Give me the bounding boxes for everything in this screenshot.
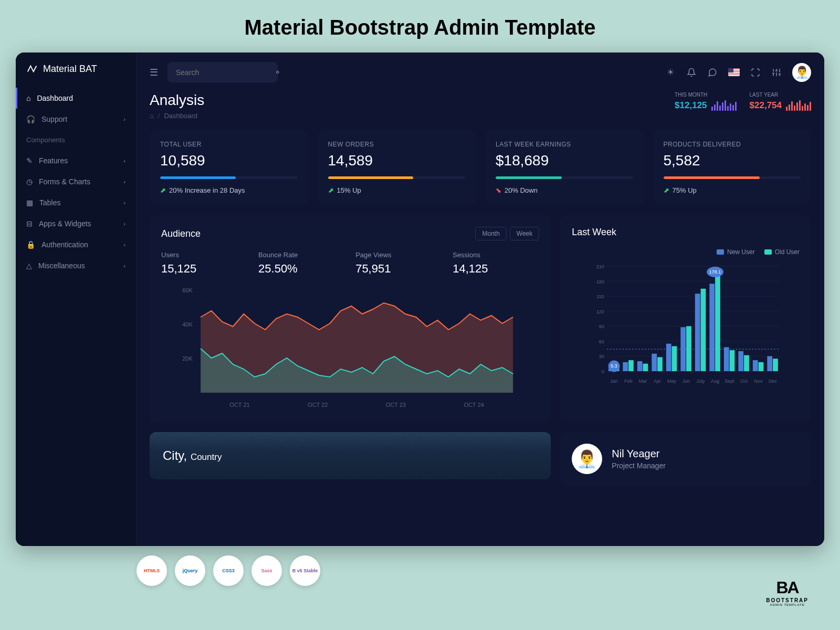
country-name: Country [191, 452, 222, 462]
stat-label: NEW ORDERS [328, 141, 466, 148]
stat-this-month: THIS MONTH $12,125 [675, 92, 736, 111]
svg-text:180: 180 [596, 279, 604, 285]
stat-value: 10,589 [160, 152, 298, 169]
svg-text:OCT 23: OCT 23 [386, 402, 406, 408]
chevron-right-icon: › [123, 116, 125, 122]
svg-rect-45 [710, 284, 715, 371]
search-icon[interactable]: ⚬ [274, 67, 281, 77]
sidebar-item-support[interactable]: 🎧Support› [16, 109, 136, 130]
flag-icon[interactable] [728, 68, 740, 76]
chevron-right-icon: › [123, 262, 125, 269]
svg-rect-49 [730, 350, 735, 371]
stat-value: 5,582 [664, 152, 801, 169]
svg-rect-39 [681, 327, 686, 371]
sidebar-item-features[interactable]: ✎Features› [16, 150, 136, 171]
stat-label: LAST WEEK EARNINGS [496, 141, 633, 148]
city-panel[interactable]: City, Country [150, 432, 551, 479]
stat-card: LAST WEEK EARNINGS $18,689 ⬊ 20% Down [485, 130, 644, 205]
svg-rect-34 [657, 357, 663, 371]
svg-text:Aug: Aug [711, 379, 719, 384]
chevron-right-icon: › [123, 220, 125, 227]
svg-text:Jan: Jan [611, 379, 618, 384]
svg-text:Oct: Oct [740, 379, 748, 384]
stat-label: TOTAL USER [160, 141, 298, 148]
svg-text:5.3: 5.3 [611, 363, 618, 369]
profile-name: Nil Yeager [612, 448, 666, 460]
chevron-right-icon: › [123, 158, 125, 164]
app-window: Material BAT ⌂Dashboard🎧Support› Compone… [16, 52, 824, 546]
last-week-title: Last Week [572, 227, 616, 238]
svg-rect-43 [701, 289, 706, 371]
home-icon[interactable]: ⌂ [150, 112, 154, 120]
sidebar-item-tables[interactable]: ▦Tables› [16, 192, 136, 213]
settings-icon[interactable] [771, 67, 782, 78]
menu-toggle-icon[interactable]: ☰ [150, 67, 158, 78]
svg-text:July: July [697, 379, 706, 384]
svg-text:210: 210 [596, 264, 604, 269]
grid-icon: ▦ [26, 198, 33, 207]
sparkline-year [786, 99, 811, 111]
search-box[interactable]: ⚬ [167, 62, 278, 82]
progress-bar [496, 176, 633, 179]
brand-logo[interactable]: Material BAT [16, 63, 136, 88]
content: Analysis ⌂ / Dashboard THIS MONTH $12,12… [136, 92, 824, 546]
svg-text:Mar: Mar [639, 379, 647, 384]
progress-bar [160, 176, 298, 179]
svg-rect-42 [695, 293, 700, 371]
edit-icon: ✎ [26, 156, 33, 165]
stat-value: $18,689 [496, 152, 633, 169]
nav-section-label: Components [16, 130, 136, 150]
chevron-right-icon: › [123, 178, 125, 185]
brand-name: Material BAT [43, 64, 97, 75]
sidebar-item-authentication[interactable]: 🔒Authentication› [16, 234, 136, 255]
metric: Bounce Rate25.50% [258, 251, 345, 276]
bell-icon[interactable] [686, 67, 697, 78]
svg-text:Apr: Apr [654, 379, 661, 384]
main-area: ☰ ⚬ ☀ 👨‍💼 Analysis ⌂ [136, 52, 824, 546]
sidebar-item-apps[interactable]: ⊟Apps & Widgets› [16, 213, 136, 234]
svg-rect-46 [715, 276, 720, 371]
svg-text:30: 30 [599, 354, 604, 359]
chat-icon[interactable] [707, 67, 718, 78]
search-input[interactable] [176, 68, 268, 77]
svg-text:Jun: Jun [682, 379, 690, 384]
legend-item: Old User [764, 248, 800, 256]
svg-text:60K: 60K [182, 287, 193, 293]
stat-trend: ⬈ 15% Up [328, 186, 466, 194]
theme-icon[interactable]: ☀ [665, 67, 676, 78]
stat-card: PRODUCTS DELIVERED 5,582 ⬈ 75% Up [653, 130, 812, 205]
svg-text:90: 90 [599, 324, 604, 329]
svg-text:40K: 40K [182, 321, 193, 328]
svg-rect-58 [773, 359, 778, 371]
breadcrumb-current: Dashboard [164, 112, 197, 120]
warning-icon: △ [26, 261, 32, 270]
profile-role: Project Manager [612, 461, 666, 470]
svg-rect-57 [768, 356, 773, 371]
svg-text:60: 60 [599, 339, 604, 344]
svg-text:May: May [667, 379, 677, 384]
stat-card: TOTAL USER 10,589 ⬈ 20% Increase in 28 D… [150, 130, 308, 205]
svg-text:150: 150 [596, 294, 604, 299]
fullscreen-icon[interactable] [750, 67, 761, 78]
svg-rect-31 [643, 364, 648, 371]
profile-avatar[interactable]: 👨‍💼 [572, 444, 602, 474]
tech-badges: HTML5jQueryCSS3SassB v5 Stable [16, 555, 824, 586]
stat-label: PRODUCTS DELIVERED [664, 141, 801, 148]
svg-text:OCT 22: OCT 22 [308, 402, 328, 408]
toggle-month[interactable]: Month [475, 227, 506, 240]
svg-rect-55 [759, 362, 764, 371]
user-avatar[interactable]: 👨‍💼 [792, 63, 811, 82]
tech-badge: CSS3 [213, 555, 244, 586]
svg-rect-40 [686, 326, 691, 371]
sparkline-month [711, 99, 737, 111]
sidebar-item-miscellaneous[interactable]: △Miscellaneous› [16, 255, 136, 276]
sidebar-item-forms[interactable]: ◷Forms & Charts› [16, 171, 136, 192]
svg-text:Nov: Nov [754, 379, 763, 384]
toggle-week[interactable]: Week [510, 227, 539, 240]
stat-trend: ⬈ 75% Up [664, 186, 801, 194]
audience-chart: 20K40K60KOCT 21OCT 22OCT 23OCT 24 [161, 285, 539, 411]
svg-rect-27 [623, 362, 628, 371]
sidebar-item-dashboard[interactable]: ⌂Dashboard [16, 88, 136, 109]
svg-text:178.1: 178.1 [709, 269, 721, 275]
svg-rect-48 [724, 347, 729, 371]
